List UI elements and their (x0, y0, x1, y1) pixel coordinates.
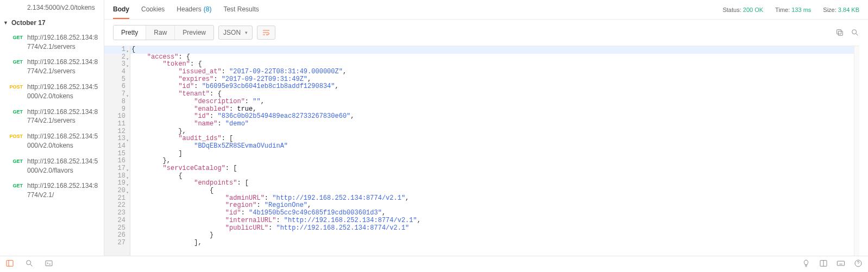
history-item[interactable]: 2.134:5000/v2.0/tokens (0, 0, 104, 16)
code-line[interactable]: "publicURL": "http://192.168.252.134:877… (130, 225, 859, 232)
code-line[interactable]: { (130, 187, 859, 195)
code-line[interactable]: ] (130, 150, 859, 158)
two-pane-icon[interactable] (819, 259, 828, 269)
response-tab-headers[interactable]: Headers (8) (177, 0, 211, 19)
code-line[interactable]: "BDqEBx5ZR8SEvmaOVudinA" (130, 143, 859, 150)
http-method-badge: GET (5, 33, 27, 41)
response-body-code[interactable]: 1▾2▾3▾4567▾8910111213▾14151617▾18▾19▾20▾… (104, 46, 859, 256)
time-block: Time: 133 ms (775, 7, 811, 13)
code-line[interactable]: }, (130, 128, 859, 136)
history-sidebar: 2.134:5000/v2.0/tokens ▼ October 17 GET … (0, 0, 104, 256)
response-tab-cookies[interactable]: Cookies (141, 0, 165, 19)
response-pane: BodyCookiesHeaders (8)Test Results Statu… (104, 0, 868, 256)
wrap-lines-button[interactable] (257, 26, 275, 40)
view-mode-preview[interactable]: Preview (174, 26, 213, 40)
line-number: 5 (104, 76, 128, 84)
code-line[interactable]: "expires": "2017-09-22T09:31:49Z", (130, 76, 859, 84)
code-line[interactable]: "description": "", (130, 98, 859, 106)
history-item[interactable]: GET http://192.168.252.134:8774/v2.1/ser… (0, 54, 104, 79)
http-method-badge: GET (5, 157, 27, 165)
history-date-label: October 17 (11, 19, 46, 27)
code-line[interactable]: "issued_at": "2017-09-22T08:31:49.000000… (130, 68, 859, 76)
http-method-badge: POST (5, 132, 27, 140)
svg-rect-8 (46, 261, 52, 265)
code-line[interactable]: "name": "demo" (130, 121, 859, 128)
line-number: 6 (104, 83, 128, 91)
chevron-down-icon: ▼ (3, 20, 8, 26)
line-number: 16 (104, 157, 128, 165)
keyboard-icon[interactable] (836, 259, 845, 269)
response-tab-test-results[interactable]: Test Results (223, 0, 259, 19)
http-method-badge (5, 3, 27, 4)
history-date-group[interactable]: ▼ October 17 (0, 16, 104, 30)
code-line[interactable]: "access": { (130, 54, 859, 61)
view-mode-pretty[interactable]: Pretty (114, 26, 146, 40)
history-url: http://192.168.252.134:8774/v2.1/ (27, 181, 99, 200)
code-line[interactable]: "token": { (130, 61, 859, 68)
copy-icon[interactable] (835, 28, 844, 37)
svg-rect-4 (7, 261, 13, 267)
line-number: 18▾ (104, 173, 128, 180)
history-item[interactable]: GET http://192.168.252.134:5000/v2.0/fla… (0, 154, 104, 179)
line-number: 10 (104, 113, 128, 121)
help-icon[interactable] (854, 259, 863, 269)
history-item[interactable]: GET http://192.168.252.134:8774/v2.1/ser… (0, 104, 104, 129)
console-icon[interactable] (45, 259, 53, 269)
history-item[interactable]: POST http://192.168.252.134:5000/v2.0/to… (0, 129, 104, 154)
format-value: JSON (223, 29, 241, 36)
size-block: Size: 3.84 KB (823, 7, 859, 13)
svg-point-2 (852, 30, 857, 34)
bulb-icon[interactable] (802, 259, 810, 269)
code-line[interactable]: } (130, 232, 859, 239)
code-line[interactable]: "id": "836c0b02b549489eac82733267830e60"… (130, 113, 859, 121)
code-line[interactable]: { (130, 173, 859, 180)
code-line[interactable]: "adminURL": "http://192.168.252.134:8774… (130, 195, 859, 203)
svg-line-3 (856, 34, 858, 35)
code-line[interactable]: "internalURL": "http://192.168.252.134:8… (130, 217, 859, 225)
line-number: 15 (104, 150, 128, 158)
line-number: 1▾ (104, 46, 128, 54)
time-value: 133 ms (791, 7, 811, 13)
response-tab-body[interactable]: Body (113, 0, 129, 19)
code-line[interactable]: "audit_ids": [ (130, 135, 859, 143)
code-line[interactable]: "endpoints": [ (130, 180, 859, 187)
tab-count: (8) (204, 5, 212, 13)
code-line[interactable]: { (130, 46, 859, 54)
svg-rect-1 (837, 30, 841, 34)
status-bar (0, 256, 868, 272)
tab-label: Headers (177, 5, 201, 13)
search-icon[interactable] (851, 28, 859, 37)
code-line[interactable]: ], (130, 239, 859, 247)
line-number: 4 (104, 68, 128, 76)
line-number: 20▾ (104, 187, 128, 195)
sidebar-toggle-icon[interactable] (5, 259, 14, 269)
wrap-icon (262, 28, 271, 37)
line-number: 21 (104, 195, 128, 203)
history-url: http://192.168.252.134:8774/v2.1/servers (27, 33, 99, 52)
code-line[interactable]: "serviceCatalog": [ (130, 165, 859, 173)
code-line[interactable]: }, (130, 157, 859, 165)
size-value: 3.84 KB (838, 7, 859, 13)
line-number: 26 (104, 232, 128, 239)
view-mode-segment: PrettyRawPreview (113, 25, 214, 40)
code-line[interactable]: "enabled": true, (130, 106, 859, 113)
find-icon[interactable] (25, 259, 34, 269)
code-line[interactable]: "id": "b6095e93cb6041eb8c1b8addf1290834"… (130, 83, 859, 91)
line-number: 2▾ (104, 54, 128, 61)
code-line[interactable]: "tenant": { (130, 91, 859, 98)
history-item[interactable]: POST http://192.168.252.134:5000/v2.0/to… (0, 79, 104, 104)
line-number: 9 (104, 106, 128, 113)
vertical-scrollbar[interactable] (854, 46, 859, 256)
history-url: http://192.168.252.134:5000/v2.0/tokens (27, 83, 99, 101)
history-item[interactable]: GET http://192.168.252.134:8774/v2.1/ (0, 178, 104, 203)
size-label: Size: (823, 7, 836, 13)
code-line[interactable]: "id": "4b1950b5cc9c49c685f19cdb003601d3"… (130, 210, 859, 217)
line-number: 7▾ (104, 91, 128, 98)
http-method-badge: GET (5, 181, 27, 189)
response-meta-bar: BodyCookiesHeaders (8)Test Results Statu… (104, 0, 868, 20)
view-mode-raw[interactable]: Raw (146, 26, 174, 40)
history-url: http://192.168.252.134:8774/v2.1/servers (27, 58, 99, 76)
format-select[interactable]: JSON ▾ (218, 26, 253, 40)
code-line[interactable]: "region": "RegionOne", (130, 202, 859, 210)
history-item[interactable]: GET http://192.168.252.134:8774/v2.1/ser… (0, 30, 104, 55)
